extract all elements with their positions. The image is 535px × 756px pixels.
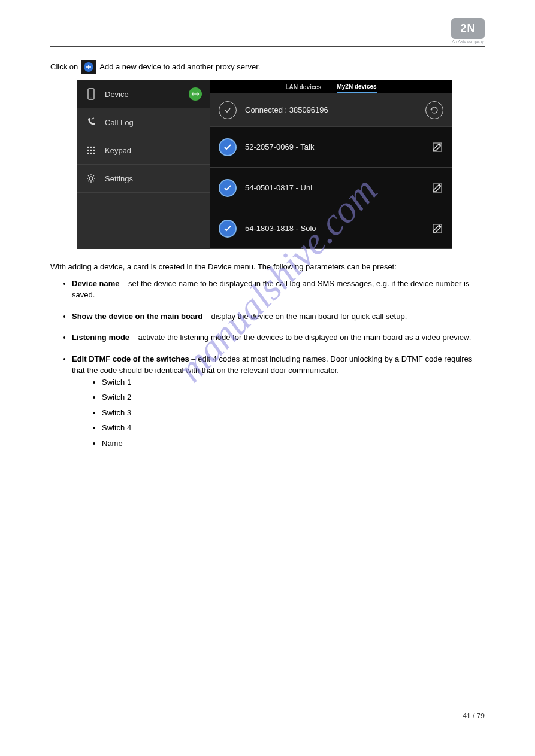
sidebar-item-label: Call Log <box>105 118 134 127</box>
svg-point-9 <box>87 153 89 154</box>
tabs: LAN devices My2N devices <box>210 80 452 93</box>
gear-icon <box>86 173 96 184</box>
tab-my2n-devices[interactable]: My2N devices <box>337 81 376 93</box>
list-item: Switch 3 <box>102 407 485 419</box>
svg-point-11 <box>93 153 95 154</box>
device-label: 52-2057-0069 - Talk <box>245 142 314 151</box>
device-row[interactable]: 54-0501-0817 - Uni <box>210 168 452 208</box>
phone-icon <box>86 89 96 99</box>
sidebar-item-call-log[interactable]: Call Log <box>77 108 210 136</box>
list-item: Listening mode – activate the listening … <box>72 332 485 344</box>
body-text: With adding a device, a card is created … <box>50 261 485 449</box>
list-item: Edit DTMF code of the switches – edit 4 … <box>72 353 485 450</box>
connection-status-label: Connected : 385096196 <box>245 105 328 114</box>
list-item: Show the device on the main board – disp… <box>72 311 485 323</box>
refresh-button[interactable] <box>425 101 443 119</box>
svg-point-12 <box>89 177 93 180</box>
app-screenshot: Device Call Log <box>77 80 452 249</box>
lead-paragraph: With adding a device, a card is created … <box>50 261 485 273</box>
svg-point-3 <box>87 147 89 148</box>
svg-point-5 <box>93 147 95 148</box>
sidebar-item-label: Keypad <box>105 146 131 155</box>
bullet-list: Device name – set the device name to be … <box>65 278 485 450</box>
device-label: 54-1803-1818 - Solo <box>245 224 316 233</box>
svg-point-8 <box>93 150 95 151</box>
edit-button[interactable] <box>431 182 443 194</box>
svg-point-6 <box>87 150 89 151</box>
edit-button[interactable] <box>431 223 443 235</box>
list-item: Switch 1 <box>102 377 485 388</box>
list-item: Name <box>102 438 485 450</box>
main-panel: LAN devices My2N devices Connected : 385… <box>210 80 452 249</box>
svg-point-2 <box>90 98 92 99</box>
sidebar-item-label: Device <box>105 90 129 99</box>
list-item: Switch 4 <box>102 422 485 434</box>
sidebar-item-label: Settings <box>105 174 133 183</box>
sidebar-item-settings[interactable]: Settings <box>77 165 210 193</box>
intro-text: Click on Add a new device to add another… <box>50 60 260 74</box>
svg-point-10 <box>90 153 92 154</box>
tab-lan-devices[interactable]: LAN devices <box>285 81 321 93</box>
device-row[interactable]: 52-2057-0069 - Talk <box>210 127 452 168</box>
sidebar: Device Call Log <box>77 80 210 249</box>
sidebar-item-device[interactable]: Device <box>77 80 210 108</box>
brand-logo: 2N <box>451 18 485 39</box>
svg-point-4 <box>90 147 92 148</box>
checkmark-icon <box>219 179 237 197</box>
keypad-icon <box>86 145 96 156</box>
sync-badge-icon <box>189 87 202 101</box>
page-number: 41 / 79 <box>463 712 485 720</box>
brand-subtitle: An Axis company <box>451 40 485 44</box>
sub-bullet-list: Switch 1 Switch 2 Switch 3 Switch 4 Name <box>95 377 485 450</box>
check-icon <box>219 101 237 119</box>
connection-status-row: Connected : 385096196 <box>210 93 452 127</box>
list-item: Device name – set the device name to be … <box>72 278 485 301</box>
footer-divider <box>50 705 485 705</box>
sidebar-item-keypad[interactable]: Keypad <box>77 136 210 165</box>
svg-point-7 <box>90 150 92 151</box>
list-item: Switch 2 <box>102 391 485 403</box>
call-log-icon <box>86 117 96 127</box>
checkmark-icon <box>219 138 237 156</box>
checkmark-icon <box>219 220 237 238</box>
plus-icon <box>81 60 96 74</box>
header-divider <box>50 46 485 47</box>
edit-button[interactable] <box>431 141 443 153</box>
device-row[interactable]: 54-1803-1818 - Solo <box>210 208 452 249</box>
device-label: 54-0501-0817 - Uni <box>245 183 312 192</box>
